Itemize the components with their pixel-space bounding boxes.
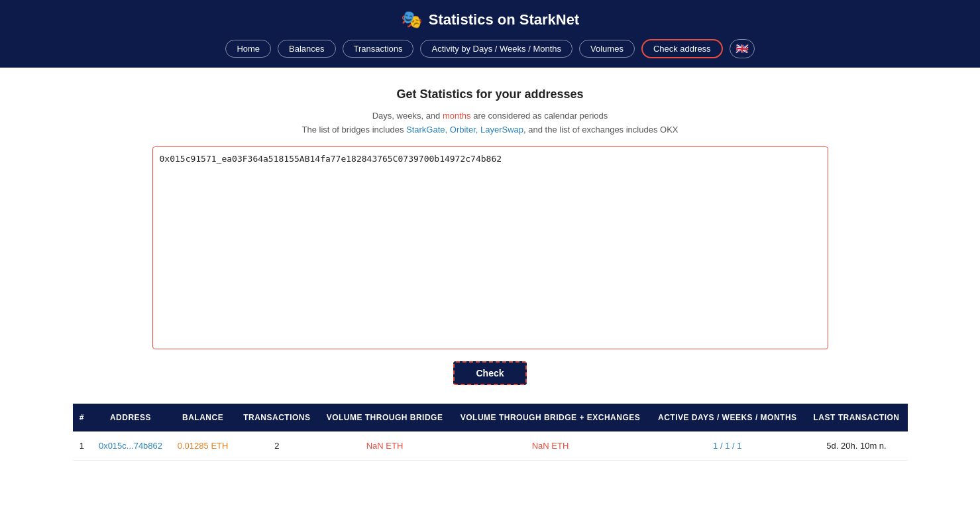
table-row: 1 0x015c...74b862 0.01285 ETH 2 NaN ETH … [73,431,908,461]
col-transactions: TRANSACTIONS [236,404,318,431]
cell-last-tx: 5d. 20h. 10m n. [806,431,908,461]
main-nav: Home Balances Transactions Activity by D… [225,39,754,58]
header: 🎭 Statistics on StarkNet Home Balances T… [0,0,980,68]
address-input-wrapper: 0x015c91571_ea03F364a518155AB14fa77e1828… [152,146,828,349]
cell-num: 1 [73,431,91,461]
nav-transactions[interactable]: Transactions [343,40,414,58]
nav-check-address[interactable]: Check address [641,39,723,58]
lang-selector[interactable]: 🇬🇧 [730,39,755,58]
col-num: # [73,404,91,431]
col-vol-bridge: VOLUME THROUGH BRIDGE [318,404,451,431]
nav-activity[interactable]: Activity by Days / Weeks / Months [420,40,572,58]
site-title: 🎭 Statistics on StarkNet [401,9,579,30]
subtitle-calendar: Days, weeks, and months are considered a… [73,111,908,121]
table-body: 1 0x015c...74b862 0.01285 ETH 2 NaN ETH … [73,431,908,461]
cell-active-days: 1 / 1 / 1 [649,431,806,461]
logo-icon: 🎭 [401,9,422,30]
nav-volumes[interactable]: Volumes [579,40,635,58]
col-last-tx: LAST TRANSACTION [806,404,908,431]
check-button[interactable]: Check [453,361,526,385]
cell-transactions: 2 [236,431,318,461]
results-table: # ADDRESS BALANCE TRANSACTIONS VOLUME TH… [73,404,908,461]
address-textarea[interactable]: 0x015c91571_ea03F364a518155AB14fa77e1828… [153,147,828,346]
nav-balances[interactable]: Balances [278,40,335,58]
col-vol-bridge-ex: VOLUME THROUGH BRIDGE + EXCHANGES [451,404,649,431]
bridges-link: StarkGate, Orbiter, LayerSwap [406,125,523,135]
main-content: Get Statistics for your addresses Days, … [60,68,921,481]
months-highlight: months [443,111,471,121]
nav-home[interactable]: Home [225,40,271,58]
cell-vol-bridge: NaN ETH [318,431,451,461]
page-title: Get Statistics for your addresses [73,87,908,101]
col-active-days: ACTIVE DAYS / WEEKS / MONTHS [649,404,806,431]
cell-address[interactable]: 0x015c...74b862 [91,431,170,461]
table-header: # ADDRESS BALANCE TRANSACTIONS VOLUME TH… [73,404,908,431]
col-balance: BALANCE [170,404,236,431]
subtitle-bridges: The list of bridges includes StarkGate, … [73,125,908,135]
results-table-wrapper: # ADDRESS BALANCE TRANSACTIONS VOLUME TH… [73,404,908,461]
check-btn-wrapper: Check [73,361,908,385]
col-address: ADDRESS [91,404,170,431]
cell-balance: 0.01285 ETH [170,431,236,461]
cell-vol-bridge-ex: NaN ETH [451,431,649,461]
